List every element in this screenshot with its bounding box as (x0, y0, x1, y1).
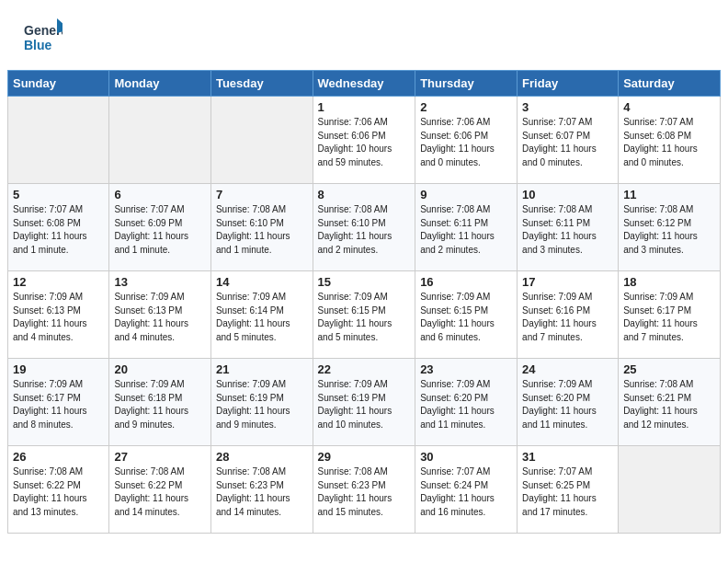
svg-text:General: General (24, 23, 63, 38)
day-cell (619, 446, 721, 534)
day-cell: 27Sunrise: 7:08 AM Sunset: 6:22 PM Dayli… (109, 446, 211, 534)
day-info: Sunrise: 7:09 AM Sunset: 6:20 PM Dayligh… (420, 378, 512, 431)
day-number: 6 (114, 188, 206, 201)
day-info: Sunrise: 7:06 AM Sunset: 6:06 PM Dayligh… (318, 116, 411, 169)
day-cell (109, 97, 211, 184)
day-info: Sunrise: 7:08 AM Sunset: 6:10 PM Dayligh… (318, 203, 411, 257)
day-number: 11 (623, 188, 715, 201)
weekday-thursday: Thursday (415, 71, 518, 97)
logo-icon: General Blue (22, 17, 63, 57)
day-number: 21 (216, 362, 308, 376)
day-cell: 9Sunrise: 7:08 AM Sunset: 6:11 PM Daylig… (415, 184, 518, 271)
day-info: Sunrise: 7:07 AM Sunset: 6:07 PM Dayligh… (522, 116, 613, 169)
day-number: 4 (623, 100, 715, 114)
day-number: 2 (420, 100, 512, 114)
week-row-5: 26Sunrise: 7:08 AM Sunset: 6:22 PM Dayli… (8, 446, 721, 534)
day-cell: 25Sunrise: 7:08 AM Sunset: 6:21 PM Dayli… (619, 359, 721, 446)
day-cell: 11Sunrise: 7:08 AM Sunset: 6:12 PM Dayli… (619, 184, 721, 271)
day-number: 30 (420, 450, 512, 464)
day-info: Sunrise: 7:08 AM Sunset: 6:23 PM Dayligh… (216, 465, 308, 519)
day-info: Sunrise: 7:08 AM Sunset: 6:10 PM Dayligh… (216, 203, 308, 257)
day-cell: 17Sunrise: 7:09 AM Sunset: 6:16 PM Dayli… (518, 271, 619, 359)
day-cell: 8Sunrise: 7:08 AM Sunset: 6:10 PM Daylig… (313, 184, 415, 271)
day-cell: 14Sunrise: 7:09 AM Sunset: 6:14 PM Dayli… (210, 271, 313, 359)
day-cell: 4Sunrise: 7:07 AM Sunset: 6:08 PM Daylig… (619, 97, 721, 184)
weekday-tuesday: Tuesday (210, 71, 313, 97)
day-cell: 24Sunrise: 7:09 AM Sunset: 6:20 PM Dayli… (518, 359, 619, 446)
weekday-friday: Friday (518, 71, 619, 97)
day-cell: 13Sunrise: 7:09 AM Sunset: 6:13 PM Dayli… (109, 271, 211, 359)
day-cell: 12Sunrise: 7:09 AM Sunset: 6:13 PM Dayli… (8, 271, 109, 359)
day-number: 28 (216, 450, 308, 464)
day-cell: 7Sunrise: 7:08 AM Sunset: 6:10 PM Daylig… (210, 184, 313, 271)
day-number: 29 (318, 450, 411, 464)
day-info: Sunrise: 7:09 AM Sunset: 6:17 PM Dayligh… (13, 378, 104, 431)
day-info: Sunrise: 7:07 AM Sunset: 6:08 PM Dayligh… (623, 116, 715, 169)
day-info: Sunrise: 7:07 AM Sunset: 6:25 PM Dayligh… (522, 465, 613, 519)
day-number: 23 (420, 362, 512, 376)
day-number: 20 (114, 362, 206, 376)
day-number: 18 (623, 275, 715, 289)
day-number: 7 (216, 188, 308, 201)
week-row-4: 19Sunrise: 7:09 AM Sunset: 6:17 PM Dayli… (8, 359, 721, 446)
day-number: 24 (522, 362, 613, 376)
day-number: 1 (318, 100, 411, 114)
day-cell: 3Sunrise: 7:07 AM Sunset: 6:07 PM Daylig… (518, 97, 619, 184)
day-number: 5 (13, 188, 104, 201)
day-cell: 30Sunrise: 7:07 AM Sunset: 6:24 PM Dayli… (415, 446, 518, 534)
day-number: 26 (13, 450, 104, 464)
day-number: 10 (522, 188, 613, 201)
calendar-wrapper: SundayMondayTuesdayWednesdayThursdayFrid… (0, 70, 728, 541)
day-info: Sunrise: 7:08 AM Sunset: 6:21 PM Dayligh… (623, 378, 715, 431)
weekday-monday: Monday (109, 71, 211, 97)
day-number: 25 (623, 362, 715, 376)
day-number: 22 (318, 362, 411, 376)
day-info: Sunrise: 7:09 AM Sunset: 6:15 PM Dayligh… (420, 291, 512, 344)
header: General Blue (0, 0, 728, 70)
week-row-1: 1Sunrise: 7:06 AM Sunset: 6:06 PM Daylig… (8, 97, 721, 184)
day-cell: 19Sunrise: 7:09 AM Sunset: 6:17 PM Dayli… (8, 359, 109, 446)
weekday-saturday: Saturday (619, 71, 721, 97)
day-info: Sunrise: 7:09 AM Sunset: 6:17 PM Dayligh… (623, 291, 715, 344)
day-info: Sunrise: 7:09 AM Sunset: 6:20 PM Dayligh… (522, 378, 613, 431)
day-cell (210, 97, 313, 184)
day-info: Sunrise: 7:07 AM Sunset: 6:09 PM Dayligh… (114, 203, 206, 257)
day-cell (8, 97, 109, 184)
day-info: Sunrise: 7:09 AM Sunset: 6:18 PM Dayligh… (114, 378, 206, 431)
day-cell: 5Sunrise: 7:07 AM Sunset: 6:08 PM Daylig… (8, 184, 109, 271)
day-cell: 29Sunrise: 7:08 AM Sunset: 6:23 PM Dayli… (313, 446, 415, 534)
day-info: Sunrise: 7:09 AM Sunset: 6:14 PM Dayligh… (216, 291, 308, 344)
day-info: Sunrise: 7:09 AM Sunset: 6:19 PM Dayligh… (216, 378, 308, 431)
day-info: Sunrise: 7:06 AM Sunset: 6:06 PM Dayligh… (420, 116, 512, 169)
day-cell: 16Sunrise: 7:09 AM Sunset: 6:15 PM Dayli… (415, 271, 518, 359)
day-number: 16 (420, 275, 512, 289)
day-cell: 15Sunrise: 7:09 AM Sunset: 6:15 PM Dayli… (313, 271, 415, 359)
day-info: Sunrise: 7:07 AM Sunset: 6:08 PM Dayligh… (13, 203, 104, 257)
day-info: Sunrise: 7:08 AM Sunset: 6:11 PM Dayligh… (522, 203, 613, 257)
day-number: 9 (420, 188, 512, 201)
day-info: Sunrise: 7:07 AM Sunset: 6:24 PM Dayligh… (420, 465, 512, 519)
week-row-3: 12Sunrise: 7:09 AM Sunset: 6:13 PM Dayli… (8, 271, 721, 359)
page: General Blue SundayMondayTuesdayWednesda… (0, 0, 728, 541)
day-info: Sunrise: 7:08 AM Sunset: 6:11 PM Dayligh… (420, 203, 512, 257)
day-number: 19 (13, 362, 104, 376)
day-cell: 22Sunrise: 7:09 AM Sunset: 6:19 PM Dayli… (313, 359, 415, 446)
day-info: Sunrise: 7:08 AM Sunset: 6:22 PM Dayligh… (13, 465, 104, 519)
calendar-table: SundayMondayTuesdayWednesdayThursdayFrid… (7, 70, 721, 534)
day-number: 13 (114, 275, 206, 289)
day-cell: 10Sunrise: 7:08 AM Sunset: 6:11 PM Dayli… (518, 184, 619, 271)
day-cell: 20Sunrise: 7:09 AM Sunset: 6:18 PM Dayli… (109, 359, 211, 446)
day-info: Sunrise: 7:08 AM Sunset: 6:23 PM Dayligh… (318, 465, 411, 519)
day-number: 27 (114, 450, 206, 464)
day-number: 14 (216, 275, 308, 289)
weekday-wednesday: Wednesday (313, 71, 415, 97)
day-info: Sunrise: 7:09 AM Sunset: 6:13 PM Dayligh… (114, 291, 206, 344)
day-cell: 28Sunrise: 7:08 AM Sunset: 6:23 PM Dayli… (210, 446, 313, 534)
day-info: Sunrise: 7:08 AM Sunset: 6:12 PM Dayligh… (623, 203, 715, 257)
day-number: 17 (522, 275, 613, 289)
day-cell: 31Sunrise: 7:07 AM Sunset: 6:25 PM Dayli… (518, 446, 619, 534)
day-number: 31 (522, 450, 613, 464)
day-info: Sunrise: 7:09 AM Sunset: 6:15 PM Dayligh… (318, 291, 411, 344)
day-number: 3 (522, 100, 613, 114)
day-cell: 26Sunrise: 7:08 AM Sunset: 6:22 PM Dayli… (8, 446, 109, 534)
